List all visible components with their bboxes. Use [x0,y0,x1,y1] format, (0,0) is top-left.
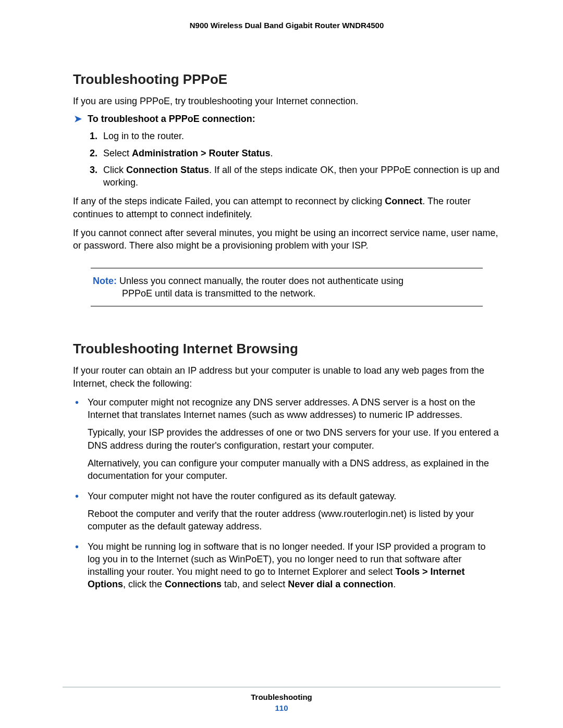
step-2-pre: Select [103,148,132,158]
step-2-bold: Administration > Router Status [132,148,271,158]
bullet-3-bold3: Never dial a connection [288,579,393,589]
arrow-icon: ➤ [74,114,82,125]
bullet-2-para1: Reboot the computer and verify that the … [88,508,500,533]
bullet-1-para1: Typically, your ISP provides the address… [88,426,500,452]
bullet-2: Your computer might not have the router … [88,490,500,533]
note-box: Note: Unless you connect manually, the r… [91,268,483,307]
bullet-3-post: . [393,579,396,589]
note-label: Note: [93,276,117,286]
footer-title: Troubleshooting [63,693,500,701]
document-header: N900 Wireless Dual Band Gigabit Router W… [73,21,500,30]
bullet-3-mid2: tab, and select [222,579,288,589]
step-2-post: . [271,148,273,158]
note-line1: Unless you connect manually, the router … [117,276,403,286]
procedure-heading: ➤ To troubleshoot a PPPoE connection: [73,114,500,125]
browsing-intro: If your router can obtain an IP address … [73,364,500,390]
step-1-text: Log in to the router. [103,131,184,141]
bullet-3-bold2: Connections [165,579,222,589]
bullet-1: Your computer might not recognize any DN… [88,396,500,483]
step-1: Log in to the router. [100,130,500,142]
bullet-3: You might be running log in software tha… [88,540,500,591]
cannot-connect-paragraph: If you cannot connect after several minu… [73,227,500,252]
page-footer: Troubleshooting 110 [63,687,500,712]
bullet-2-line: Your computer might not have the router … [88,491,396,501]
page: N900 Wireless Dual Band Gigabit Router W… [0,0,563,728]
step-3-bold: Connection Status [126,165,209,175]
procedure-heading-text: To troubleshoot a PPPoE connection: [88,114,255,124]
step-2: Select Administration > Router Status. [100,147,500,159]
section-heading-browsing: Troubleshooting Internet Browsing [73,341,500,357]
bullet-1-line: Your computer might not recognize any DN… [88,397,475,420]
footer-page-number: 110 [63,704,500,712]
bullet-list: Your computer might not recognize any DN… [73,396,500,591]
failed-paragraph: If any of the steps indicate Failed, you… [73,195,500,220]
para1-pre: If any of the steps indicate Failed, you… [73,196,385,206]
intro-paragraph: If you are using PPPoE, try troubleshoot… [73,95,500,107]
step-3: Click Connection Status. If all of the s… [100,164,500,189]
steps-list: Log in to the router. Select Administrat… [73,130,500,189]
bullet-1-para2: Alternatively, you can configure your co… [88,457,500,483]
step-3-pre: Click [103,165,126,175]
para1-bold: Connect [385,196,422,206]
bullet-3-mid1: , click the [123,579,165,589]
note-line2: PPPoE until data is transmitted to the n… [93,287,481,300]
section-heading-pppoe: Troubleshooting PPPoE [73,71,500,88]
